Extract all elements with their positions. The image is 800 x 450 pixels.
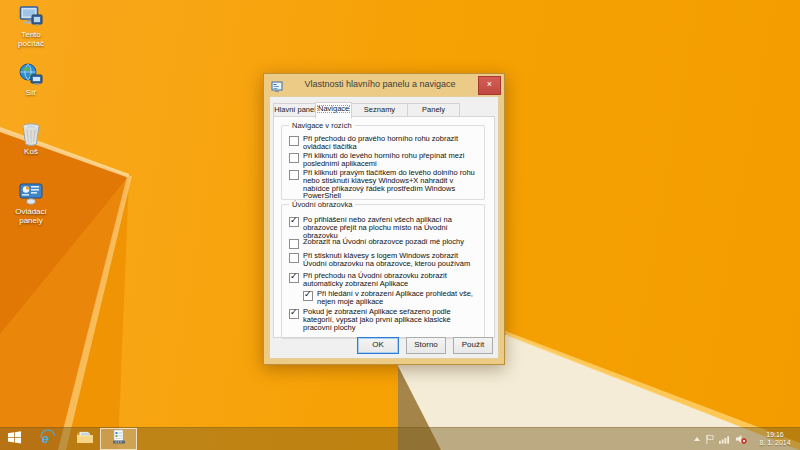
desktop-icon-label: Koš bbox=[8, 148, 54, 157]
show-hidden-icons-chevron[interactable] bbox=[694, 437, 700, 441]
file-explorer-button[interactable] bbox=[73, 428, 96, 450]
checkbox-label: Při kliknutí pravým tlačítkem do levého … bbox=[303, 169, 479, 200]
checkbox-label: Při hledání v zobrazení Aplikace prohled… bbox=[317, 290, 479, 306]
dialog-title: Vlastnosti hlavního panelu a navigace bbox=[284, 79, 476, 89]
checkbox-row: ✓ Při hledání v zobrazení Aplikace prohl… bbox=[303, 290, 479, 306]
control-panel-icon bbox=[18, 181, 44, 207]
desktop-icon-label: Ovládací panely bbox=[8, 208, 54, 225]
checkbox-row: Při kliknutí pravým tlačítkem do levého … bbox=[289, 169, 479, 200]
recycle-bin-icon bbox=[18, 121, 44, 147]
checkbox-desktop-background[interactable] bbox=[289, 239, 299, 249]
checkbox-corner-charms[interactable] bbox=[289, 136, 299, 146]
checkbox-label: Při přechodu na Úvodní obrazovku zobrazi… bbox=[303, 272, 479, 288]
group-title: Navigace v rozích bbox=[289, 121, 355, 130]
apply-button[interactable]: Použít bbox=[453, 337, 493, 354]
checkbox-win-key-display[interactable] bbox=[289, 253, 299, 263]
checkbox-list-desktop-apps-first[interactable]: ✓ bbox=[289, 309, 299, 319]
computer-icon bbox=[18, 4, 44, 30]
checkbox-label: Po přihlášení nebo zavření všech aplikac… bbox=[303, 216, 479, 239]
start-button[interactable] bbox=[0, 428, 28, 450]
group-uvodni-obrazovka: Úvodní obrazovka ✓ Po přihlášení nebo za… bbox=[281, 204, 485, 339]
network-globe-icon bbox=[18, 62, 44, 88]
checkbox-row: Při stisknutí klávesy s logem Windows zo… bbox=[289, 252, 479, 268]
svg-text:e: e bbox=[41, 430, 48, 445]
dialog-client-area: Hlavní panel Navigace Seznamy odkazů Pan… bbox=[269, 96, 499, 359]
system-tray: 19:16 8. 1. 2014 bbox=[694, 428, 798, 450]
checkbox-go-to-desktop[interactable]: ✓ bbox=[289, 217, 299, 227]
tab-seznamy-odkazu[interactable]: Seznamy odkazů bbox=[350, 103, 409, 117]
checkbox-row: ✓ Při přechodu na Úvodní obrazovku zobra… bbox=[289, 272, 479, 288]
desktop-icon-this-pc[interactable]: Tento počítač bbox=[2, 4, 60, 48]
tab-panely-nastroju[interactable]: Panely nástrojů bbox=[407, 103, 460, 117]
taskbar-properties-icon bbox=[111, 429, 127, 449]
desktop-icon-label: Síť bbox=[8, 89, 54, 98]
checkbox-label: Pokud je zobrazení Aplikace seřazeno pod… bbox=[303, 308, 479, 331]
dialog-titlebar[interactable]: Vlastnosti hlavního panelu a navigace × bbox=[264, 74, 504, 96]
cancel-button[interactable]: Storno bbox=[406, 337, 446, 354]
desktop: Tento počítač Síť Koš Ovládací panely Vl… bbox=[0, 0, 800, 450]
taskbar-properties-dialog: Vlastnosti hlavního panelu a navigace × … bbox=[263, 73, 505, 365]
checkbox-label: Zobrazit na Úvodní obrazovce pozadí mé p… bbox=[303, 238, 479, 246]
checkbox-row: Zobrazit na Úvodní obrazovce pozadí mé p… bbox=[289, 238, 479, 246]
chevron-up-icon bbox=[694, 437, 700, 441]
folder-icon bbox=[76, 430, 94, 448]
checkbox-powershell[interactable] bbox=[289, 170, 299, 180]
taskbar: e 19:16 8. 1. 2014 bbox=[0, 427, 800, 450]
group-title: Úvodní obrazovka bbox=[289, 200, 355, 209]
taskbar-clock[interactable]: 19:16 8. 1. 2014 bbox=[752, 431, 798, 447]
checkbox-label: Při kliknutí do levého horního rohu přep… bbox=[303, 152, 479, 168]
desktop-icon-network[interactable]: Síť bbox=[2, 62, 60, 98]
checkbox-label: Při stisknutí klávesy s logem Windows zo… bbox=[303, 252, 479, 268]
clock-date: 8. 1. 2014 bbox=[759, 439, 790, 446]
windows-logo-icon bbox=[7, 430, 22, 448]
ok-button[interactable]: OK bbox=[357, 337, 399, 354]
tab-navigace[interactable]: Navigace bbox=[315, 102, 352, 119]
volume-muted-icon[interactable] bbox=[735, 434, 747, 444]
internet-explorer-icon: e bbox=[39, 429, 56, 450]
checkbox-row: Při přechodu do pravého horního rohu zob… bbox=[289, 135, 479, 151]
action-center-flag-icon[interactable] bbox=[705, 434, 714, 444]
taskbar-properties-app-button[interactable] bbox=[100, 428, 137, 450]
desktop-icon-control-panel[interactable]: Ovládací panely bbox=[2, 181, 60, 225]
tab-page-navigace: Navigace v rozích Při přechodu do pravéh… bbox=[273, 116, 495, 338]
desktop-icon-label: Tento počítač bbox=[8, 31, 54, 48]
checkbox-search-everywhere[interactable]: ✓ bbox=[303, 291, 313, 301]
checkbox-corner-switch-apps[interactable] bbox=[289, 153, 299, 163]
checkbox-show-apps-view[interactable]: ✓ bbox=[289, 273, 299, 283]
close-icon[interactable]: × bbox=[478, 76, 501, 95]
checkbox-row: ✓ Pokud je zobrazení Aplikace seřazeno p… bbox=[289, 308, 479, 331]
checkbox-row: ✓ Po přihlášení nebo zavření všech aplik… bbox=[289, 216, 479, 239]
network-signal-icon[interactable] bbox=[719, 435, 730, 444]
group-navigace-v-rozich: Navigace v rozích Při přechodu do pravéh… bbox=[281, 125, 485, 200]
clock-time: 19:16 bbox=[766, 431, 784, 438]
desktop-icon-recycle-bin[interactable]: Koš bbox=[2, 121, 60, 157]
internet-explorer-button[interactable]: e bbox=[36, 428, 58, 450]
checkbox-row: Při kliknutí do levého horního rohu přep… bbox=[289, 152, 479, 168]
dialog-system-icon bbox=[271, 79, 283, 91]
checkbox-label: Při přechodu do pravého horního rohu zob… bbox=[303, 135, 479, 151]
dialog-buttons: OK Storno Použít bbox=[357, 337, 493, 354]
tab-hlavni-panel[interactable]: Hlavní panel bbox=[273, 103, 317, 117]
